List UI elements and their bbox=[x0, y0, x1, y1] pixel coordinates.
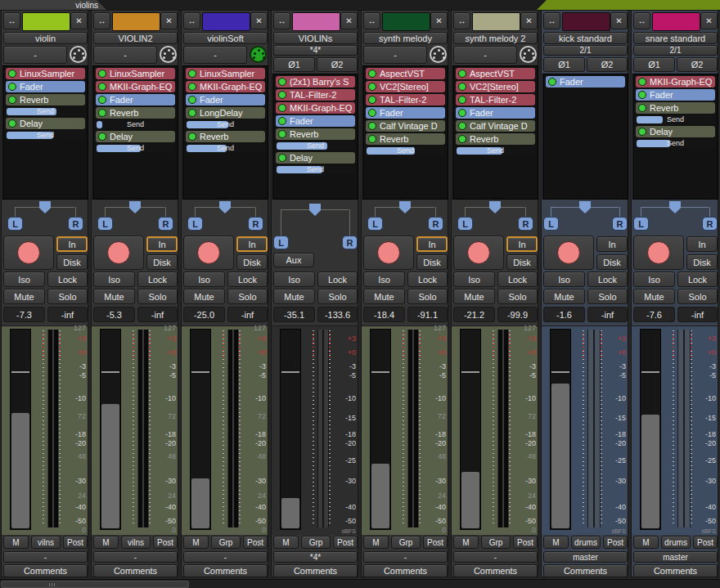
input-button[interactable]: - bbox=[3, 46, 67, 64]
output-button[interactable]: - bbox=[93, 551, 178, 563]
phase-1-button[interactable]: Ø1 bbox=[273, 57, 315, 72]
solo-lock-button[interactable]: Lock bbox=[227, 272, 268, 287]
processor-active-led[interactable] bbox=[8, 83, 16, 91]
send-mini-fader[interactable]: Send bbox=[456, 146, 535, 155]
solo-isolate-button[interactable]: Iso bbox=[93, 272, 135, 287]
gain-display[interactable]: -1.6 bbox=[543, 307, 585, 322]
processor-box[interactable]: Fader bbox=[542, 74, 628, 200]
processor-active-led[interactable] bbox=[638, 104, 646, 112]
processor-box[interactable]: LinuxSamplerFaderReverbSendDelaySend bbox=[2, 65, 88, 200]
master-assign-button[interactable]: M bbox=[633, 536, 659, 549]
processor-tal-filter-2[interactable]: TAL-Filter-2 bbox=[456, 94, 535, 105]
pan-left-button[interactable]: L bbox=[367, 217, 383, 231]
strip-width-icon[interactable]: ↔ bbox=[363, 12, 380, 29]
strip-width-icon[interactable]: ↔ bbox=[273, 12, 290, 29]
gain-display[interactable]: -7.3 bbox=[3, 307, 45, 322]
close-icon[interactable]: ✕ bbox=[610, 12, 628, 29]
processor-box[interactable]: MKII-Graph-EQFaderReverbSendDelaySend bbox=[632, 74, 718, 200]
processor-box[interactable]: AspectVSTVC2[Stereo]TAL-Filter-2FaderCal… bbox=[362, 65, 448, 200]
processor-calf-vintage-d[interactable]: Calf Vintage D bbox=[456, 120, 535, 132]
send-mini-fader[interactable]: Send bbox=[366, 146, 445, 155]
processor-fader[interactable]: Fader bbox=[186, 94, 265, 105]
processor-active-led[interactable] bbox=[458, 135, 466, 143]
phase-2-button[interactable]: Ø2 bbox=[317, 57, 358, 72]
strip-name-button[interactable]: VIOLIN2 bbox=[93, 32, 178, 44]
strip-width-icon[interactable]: ↔ bbox=[633, 12, 650, 29]
send-mini-fader[interactable]: Send bbox=[186, 120, 265, 129]
processor-reverb[interactable]: Reverb bbox=[96, 107, 175, 119]
close-icon[interactable]: ✕ bbox=[430, 12, 448, 29]
comments-button[interactable]: Comments bbox=[183, 564, 268, 577]
pan-left-button[interactable]: L bbox=[7, 217, 23, 231]
strip-width-icon[interactable]: ↔ bbox=[183, 12, 200, 29]
output-button[interactable]: - bbox=[183, 551, 268, 563]
monitor-disk-button[interactable]: Disk bbox=[506, 254, 538, 270]
horizontal-scrollbar[interactable] bbox=[0, 579, 720, 588]
processor-active-led[interactable] bbox=[278, 91, 286, 99]
processor-linuxsampler[interactable]: LinuxSampler bbox=[186, 68, 265, 79]
processor-active-led[interactable] bbox=[368, 96, 376, 104]
processor-active-led[interactable] bbox=[548, 78, 556, 86]
processor-aspectvst[interactable]: AspectVST bbox=[456, 68, 535, 79]
aux-button[interactable]: Aux bbox=[273, 253, 314, 267]
solo-button[interactable]: Solo bbox=[407, 289, 448, 304]
close-icon[interactable]: ✕ bbox=[70, 12, 88, 29]
solo-isolate-button[interactable]: Iso bbox=[543, 272, 585, 287]
group-button[interactable]: Grp bbox=[301, 536, 331, 549]
processor--2x1-barry-s-s[interactable]: (2x1) Barry's S bbox=[276, 76, 355, 88]
mute-button[interactable]: Mute bbox=[363, 289, 405, 304]
processor-linuxsampler[interactable]: LinuxSampler bbox=[96, 68, 175, 79]
processor-fader[interactable]: Fader bbox=[276, 115, 355, 127]
processor-linuxsampler[interactable]: LinuxSampler bbox=[6, 68, 85, 79]
group-button[interactable]: vilns bbox=[31, 536, 61, 549]
group-button[interactable]: drums bbox=[571, 536, 601, 549]
phase-1-button[interactable]: Ø1 bbox=[633, 57, 675, 72]
pan-right-button[interactable]: R bbox=[342, 236, 358, 249]
strip-name-button[interactable]: synth melody 2 bbox=[453, 32, 538, 44]
comments-button[interactable]: Comments bbox=[453, 564, 538, 577]
processor-active-led[interactable] bbox=[368, 109, 376, 117]
strip-width-icon[interactable]: ↔ bbox=[93, 12, 110, 29]
processor-active-led[interactable] bbox=[638, 91, 646, 99]
close-icon[interactable]: ✕ bbox=[520, 12, 538, 29]
processor-mkii-graph-eq[interactable]: MKII-Graph-EQ bbox=[186, 81, 265, 92]
solo-isolate-button[interactable]: Iso bbox=[183, 272, 225, 287]
processor-active-led[interactable] bbox=[368, 83, 376, 91]
gain-display[interactable]: -18.4 bbox=[363, 307, 405, 322]
record-arm-button[interactable] bbox=[453, 236, 504, 270]
processor-fader[interactable]: Fader bbox=[96, 94, 175, 105]
input-button[interactable]: *4* bbox=[273, 45, 358, 56]
pan-right-button[interactable]: R bbox=[158, 217, 173, 231]
output-button[interactable]: master bbox=[633, 551, 718, 563]
strip-color-swatch[interactable] bbox=[202, 12, 250, 31]
processor-active-led[interactable] bbox=[98, 109, 106, 117]
solo-isolate-button[interactable]: Iso bbox=[633, 272, 675, 287]
processor-active-led[interactable] bbox=[188, 70, 196, 78]
group-button[interactable]: vilns bbox=[121, 536, 151, 549]
solo-lock-button[interactable]: Lock bbox=[587, 272, 628, 287]
strip-color-swatch[interactable] bbox=[112, 12, 160, 31]
send-mini-fader[interactable]: Send bbox=[276, 165, 355, 174]
send-mini-fader[interactable]: Send bbox=[636, 139, 715, 148]
group-button[interactable]: Grp bbox=[391, 536, 421, 549]
output-button[interactable]: - bbox=[3, 551, 88, 563]
monitor-input-button[interactable]: In bbox=[596, 236, 628, 252]
send-mini-fader[interactable]: Send bbox=[96, 144, 175, 153]
solo-button[interactable]: Solo bbox=[137, 289, 178, 304]
monitor-input-button[interactable]: In bbox=[416, 236, 448, 252]
pan-left-button[interactable]: L bbox=[97, 217, 113, 231]
master-assign-button[interactable]: M bbox=[273, 536, 299, 549]
solo-button[interactable]: Solo bbox=[677, 289, 718, 304]
pan-left-button[interactable]: L bbox=[187, 217, 203, 231]
strip-width-icon[interactable]: ↔ bbox=[453, 12, 470, 29]
processor-active-led[interactable] bbox=[278, 117, 286, 125]
processor-reverb[interactable]: Reverb bbox=[456, 133, 535, 145]
processor-active-led[interactable] bbox=[98, 70, 106, 78]
processor-active-led[interactable] bbox=[188, 109, 196, 117]
master-assign-button[interactable]: M bbox=[363, 536, 389, 549]
processor-reverb[interactable]: Reverb bbox=[636, 102, 715, 114]
peak-display[interactable]: -inf bbox=[47, 307, 88, 322]
input-button[interactable]: 2/1 bbox=[543, 45, 628, 56]
comments-button[interactable]: Comments bbox=[93, 564, 178, 577]
metering-point-button[interactable]: Post bbox=[513, 536, 538, 549]
